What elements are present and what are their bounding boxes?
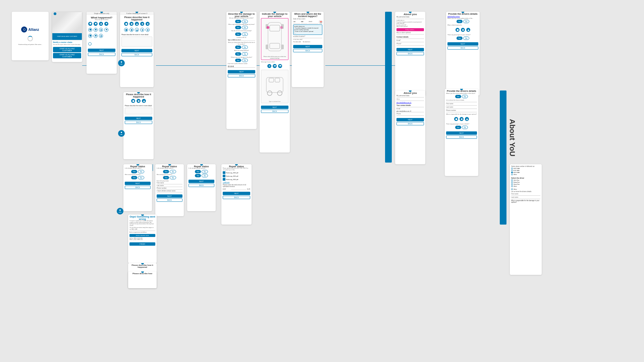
pd2-icon-2[interactable]	[137, 99, 141, 103]
plate-radio-1[interactable]	[511, 168, 513, 169]
rs3-next-btn[interactable]: NEXT	[189, 180, 214, 183]
vehicle-type-truck[interactable]	[278, 64, 282, 68]
rs1-no1[interactable]: No	[138, 170, 144, 173]
rs1-back-btn[interactable]: BACK	[125, 186, 151, 189]
pyd-yes-btn2[interactable]: Yes	[457, 37, 463, 40]
driver-option-1[interactable]: John Doe	[511, 179, 540, 181]
rs2-yes2[interactable]: Yes	[163, 176, 169, 179]
when-where-next-btn[interactable]: NEXT	[293, 45, 322, 48]
damage-yes-btn6[interactable]: Yes	[235, 59, 241, 62]
about-you-policy-number-input[interactable]	[396, 34, 424, 35]
plate-radio-2[interactable]	[511, 170, 513, 171]
incident-icon-11[interactable]	[99, 34, 103, 38]
indicate-damage-back-btn[interactable]: BACK	[261, 110, 288, 113]
incident-icon-8[interactable]	[104, 28, 108, 32]
pdd-resp-icon-1[interactable]	[454, 117, 458, 121]
driver-radio-other2[interactable]	[511, 188, 513, 190]
further-detail-back-btn[interactable]: BACK	[121, 53, 152, 56]
driver-radio-3[interactable]	[511, 183, 513, 185]
pyd-no-btn1[interactable]: No	[463, 20, 469, 23]
incident-icon-10[interactable]	[94, 34, 98, 38]
damage-no-btn3[interactable]: No	[242, 33, 248, 36]
pdd-phone-input[interactable]	[446, 112, 477, 112]
plate-option-1[interactable]: W-01 SAS	[511, 168, 540, 169]
rs1-next-btn[interactable]: NEXT	[125, 182, 151, 185]
damage-no-btn6[interactable]: No	[242, 59, 248, 62]
start-allianz-btn2[interactable]: START AS ALLIANZ CUSTOMER	[53, 53, 81, 58]
date-dd-input[interactable]: DD	[293, 20, 300, 24]
plate-radio-3-selected[interactable]	[511, 172, 513, 173]
about-you-2-link[interactable]: john.doe@allianz.com ▼	[396, 102, 424, 103]
incident-icon-5[interactable]	[88, 28, 92, 32]
pdd-no-btn2[interactable]: No	[462, 126, 468, 129]
fd-icon-3[interactable]	[135, 22, 139, 26]
damage-yes-btn3[interactable]: Yes	[235, 33, 241, 36]
plate-radio-other[interactable]	[511, 174, 513, 175]
rs2-no2[interactable]: No	[170, 176, 176, 179]
pdd-next-btn[interactable]: NEXT	[446, 131, 477, 135]
more-icon[interactable]: ...	[88, 42, 92, 46]
oops-finish-btn[interactable]: FINISH	[129, 242, 155, 246]
rs3-back-btn[interactable]: BACK	[189, 184, 214, 187]
about-you-1-next-btn[interactable]: NEXT	[396, 48, 424, 51]
pyd-icon-1[interactable]	[455, 28, 460, 32]
pdd-yes-btn1[interactable]: Yes	[455, 95, 461, 98]
pd2-next-btn[interactable]: NEXT	[125, 117, 152, 120]
pdd-yes-btn2[interactable]: Yes	[455, 126, 461, 129]
notify-cta-label[interactable]: START AS ALLIANZ CUSTOMER	[57, 36, 77, 38]
rs3-no1[interactable]: No	[202, 170, 208, 173]
about-you-2-next-btn[interactable]: NEXT	[396, 118, 424, 121]
about-you-email-input[interactable]	[396, 42, 424, 42]
describe-damage-police-ref-input[interactable]: 32-16-B	[228, 65, 255, 68]
rs1-yes2[interactable]: Yes	[131, 176, 137, 179]
about-you-2-back-btn[interactable]: BACK	[396, 122, 424, 125]
pdd-resp-icon-2[interactable]	[460, 117, 464, 121]
driver-lastname-input[interactable]	[511, 199, 540, 199]
pyd-icon-2[interactable]	[461, 28, 465, 32]
fd-icon-6[interactable]	[124, 28, 128, 32]
rs2-no1[interactable]: No	[170, 170, 176, 173]
fd-icon-9[interactable]	[140, 28, 144, 32]
pdd-back-btn[interactable]: BACK	[446, 135, 477, 139]
about-you-1-back-btn[interactable]: BACK	[396, 52, 424, 55]
damage-no-btn5[interactable]: No	[242, 52, 248, 56]
pyd-yes-btn1[interactable]: Yes	[457, 20, 463, 23]
fd-icon-4[interactable]	[140, 22, 144, 26]
rs1-no2[interactable]: No	[138, 176, 144, 179]
what-happened-next-btn[interactable]: NEXT	[88, 49, 115, 52]
add-more-link[interactable]: + add more	[223, 181, 250, 183]
rs2-yes1[interactable]: Yes	[163, 170, 169, 173]
rs3-yes1[interactable]: Yes	[195, 170, 201, 173]
ay2-email-input[interactable]: john.doe@allianz.com ▼	[396, 110, 424, 112]
accident-location-input[interactable]	[293, 38, 322, 38]
incident-icon-1[interactable]	[88, 22, 92, 26]
car-diagram-area[interactable]: Please select all the areas your vehicle…	[261, 18, 288, 60]
fd-icon-1[interactable]	[124, 22, 128, 26]
fd-icon-2[interactable]	[129, 22, 133, 26]
driver-radio-other[interactable]	[511, 185, 513, 187]
further-detail-next-btn[interactable]: NEXT	[121, 49, 152, 52]
rs2-back-btn[interactable]: BACK	[157, 198, 182, 202]
pdd-firstname-input[interactable]	[446, 105, 477, 106]
rs3-yes2[interactable]: Yes	[195, 174, 201, 177]
pd2-icon-3[interactable]	[142, 99, 146, 103]
driver-firstname-input[interactable]	[511, 195, 540, 196]
rs1-yes1[interactable]: Yes	[131, 170, 137, 173]
driver-option-other[interactable]: Other	[511, 185, 540, 187]
incident-icon-9[interactable]	[88, 34, 92, 38]
about-you-phone-input[interactable]	[396, 45, 424, 46]
incident-icon-6[interactable]	[94, 28, 98, 32]
pyd-back-btn[interactable]: BACK	[447, 46, 478, 50]
fd-text-area[interactable]	[121, 37, 152, 47]
book-online-btn[interactable]: BOOK ONLINE NOW	[129, 234, 155, 237]
when-where-back-btn[interactable]: BACK	[293, 49, 322, 52]
fd-icon-8[interactable]	[135, 28, 139, 32]
damage-no-btn1[interactable]: No	[242, 20, 248, 23]
fd-icon-5[interactable]	[146, 22, 150, 26]
incident-icon-2[interactable]	[94, 22, 98, 26]
date-yyyy-input[interactable]: YYYY	[308, 20, 318, 24]
plate-option-2[interactable]: B-01 SAS	[511, 170, 540, 171]
damage-yes-btn5[interactable]: Yes	[235, 52, 241, 56]
fd-icon-7[interactable]	[129, 28, 133, 32]
date-mm-input[interactable]: MM	[301, 20, 308, 24]
